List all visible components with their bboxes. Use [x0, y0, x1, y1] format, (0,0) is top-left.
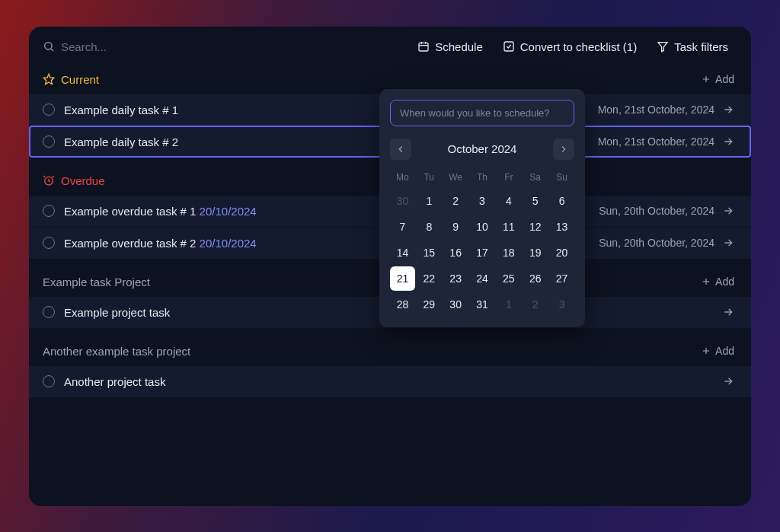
task-title: Another project task: [64, 375, 722, 388]
calendar-prev-button[interactable]: [390, 139, 411, 160]
add-label: Add: [715, 73, 734, 85]
svg-line-16: [43, 176, 45, 177]
calendar-day[interactable]: 26: [523, 266, 548, 291]
add-label: Add: [715, 345, 734, 357]
calendar-header: October 2024: [390, 139, 574, 160]
calendar-weekday: Tu: [417, 167, 442, 187]
checklist-icon: [503, 40, 515, 53]
calendar-day[interactable]: 29: [417, 292, 442, 317]
add-button-project2[interactable]: Add: [701, 345, 734, 357]
task-title-text: Example overdue task # 1: [64, 205, 200, 218]
task-date: Sun, 20th October, 2024: [599, 205, 714, 217]
plus-icon: [701, 276, 711, 287]
arrow-right-icon[interactable]: [722, 237, 734, 249]
svg-rect-6: [504, 42, 513, 51]
calendar-day[interactable]: 5: [523, 189, 548, 213]
search-input[interactable]: [61, 40, 213, 53]
calendar-day[interactable]: 27: [549, 266, 574, 291]
arrow-right-icon[interactable]: [722, 375, 734, 387]
arrow-right-icon[interactable]: [722, 306, 734, 318]
calendar-day[interactable]: 1: [417, 189, 442, 213]
calendar-day[interactable]: 21: [390, 266, 415, 291]
calendar-day[interactable]: 2: [443, 189, 468, 213]
schedule-date-input[interactable]: [390, 100, 574, 126]
svg-line-17: [53, 176, 54, 177]
calendar-next-button[interactable]: [553, 139, 574, 160]
calendar-day[interactable]: 10: [470, 215, 495, 239]
add-button-project1[interactable]: Add: [701, 276, 734, 288]
calendar-day[interactable]: 23: [443, 266, 468, 291]
schedule-label: Schedule: [435, 40, 483, 53]
calendar-day[interactable]: 9: [443, 215, 468, 239]
calendar-icon: [417, 40, 430, 53]
calendar-day[interactable]: 15: [417, 241, 442, 265]
task-inline-date: 20/10/2024: [200, 237, 257, 250]
add-button-current[interactable]: Add: [701, 73, 734, 85]
calendar-day[interactable]: 16: [443, 241, 468, 265]
calendar-day[interactable]: 4: [496, 189, 521, 213]
calendar-day[interactable]: 19: [523, 241, 548, 265]
task-inline-date: 20/10/2024: [200, 205, 257, 218]
section-label: Overdue: [61, 174, 105, 187]
star-icon: [43, 73, 55, 85]
svg-line-1: [51, 49, 53, 51]
calendar-day[interactable]: 30: [390, 189, 415, 213]
svg-marker-8: [43, 74, 53, 84]
task-filters-button[interactable]: Task filters: [651, 37, 734, 56]
alarm-icon: [43, 174, 55, 186]
calendar-day[interactable]: 18: [496, 241, 521, 265]
calendar-day[interactable]: 11: [496, 215, 521, 239]
arrow-right-icon[interactable]: [722, 135, 734, 148]
calendar-day[interactable]: 3: [470, 189, 495, 213]
section-title-project2: Another example task project: [43, 345, 190, 358]
svg-marker-7: [658, 43, 667, 52]
task-checkbox[interactable]: [43, 205, 55, 217]
arrow-right-icon[interactable]: [722, 104, 734, 116]
task-checkbox[interactable]: [43, 306, 55, 318]
add-label: Add: [715, 276, 734, 288]
calendar-day[interactable]: 14: [390, 241, 415, 265]
task-checkbox[interactable]: [43, 104, 55, 116]
calendar-day[interactable]: 12: [523, 215, 548, 239]
task-checkbox[interactable]: [43, 237, 55, 249]
calendar-day[interactable]: 13: [549, 215, 574, 239]
calendar-day[interactable]: 6: [549, 189, 574, 213]
calendar-weekday: We: [443, 167, 468, 187]
search-icon: [43, 40, 55, 53]
calendar-grid: MoTuWeThFrSaSu30123456789101112131415161…: [390, 167, 574, 317]
task-date: Mon, 21st October, 2024: [598, 104, 714, 116]
calendar-day[interactable]: 31: [470, 292, 495, 317]
calendar-day[interactable]: 22: [417, 266, 442, 291]
calendar-day[interactable]: 7: [390, 215, 415, 239]
calendar-day[interactable]: 24: [470, 266, 495, 291]
arrow-right-icon[interactable]: [722, 205, 734, 217]
calendar-day[interactable]: 17: [470, 241, 495, 265]
filter-icon: [657, 40, 669, 53]
search: [43, 40, 404, 53]
task-row[interactable]: Another project task: [29, 365, 751, 397]
calendar-day[interactable]: 1: [496, 292, 521, 317]
calendar-day[interactable]: 8: [417, 215, 442, 239]
task-checkbox[interactable]: [43, 375, 55, 387]
calendar-day[interactable]: 30: [443, 292, 468, 317]
calendar-day[interactable]: 25: [496, 266, 521, 291]
section-header-project2: Another example task project Add: [29, 328, 751, 365]
task-checkbox[interactable]: [43, 135, 55, 148]
svg-line-15: [49, 181, 50, 182]
convert-to-checklist-button[interactable]: Convert to checklist (1): [497, 37, 643, 56]
app-window: Schedule Convert to checklist (1) Task f…: [29, 27, 751, 506]
plus-icon: [701, 74, 711, 84]
calendar-weekday: Th: [470, 167, 495, 187]
section-label: Current: [61, 73, 99, 86]
section-title-project1: Example task Project: [43, 276, 150, 288]
schedule-popover: October 2024 MoTuWeThFrSaSu3012345678910…: [379, 89, 585, 327]
task-date: Sun, 20th October, 2024: [599, 237, 714, 249]
schedule-button[interactable]: Schedule: [411, 37, 489, 56]
calendar-day[interactable]: 3: [549, 292, 574, 317]
section-title-current: Current: [43, 73, 99, 86]
calendar-day[interactable]: 2: [523, 292, 548, 317]
calendar-day[interactable]: 28: [390, 292, 415, 317]
calendar-day[interactable]: 20: [549, 241, 574, 265]
task-date: Mon, 21st October, 2024: [598, 135, 714, 148]
chevron-right-icon: [558, 144, 569, 155]
